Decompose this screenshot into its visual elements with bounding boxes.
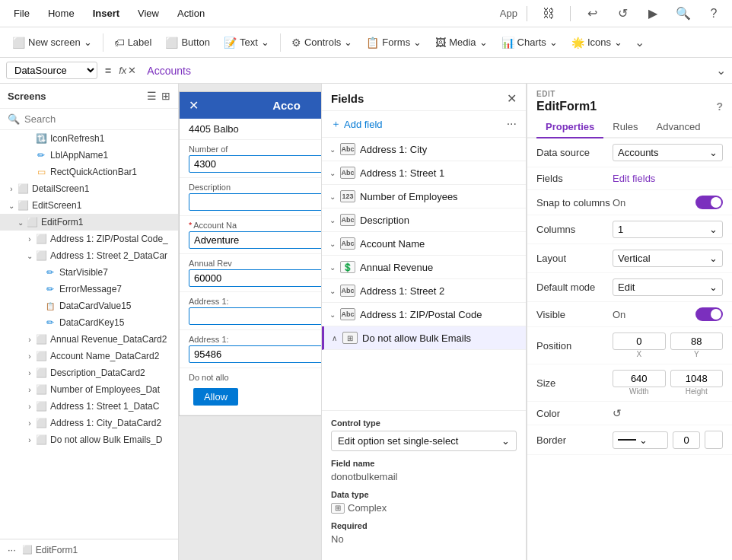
description-input[interactable] — [189, 193, 321, 211]
tab-properties[interactable]: Properties — [536, 116, 603, 138]
tree-item-addr-street2[interactable]: ⌄ ⬜ Address 1: Street 2_DataCar — [0, 247, 178, 264]
columns-select[interactable]: 1 ⌄ — [613, 221, 723, 238]
addr1-input[interactable] — [189, 307, 321, 325]
border-width-input[interactable] — [673, 431, 700, 449]
fields-close-button[interactable]: ✕ — [507, 91, 517, 106]
border-color-swatch[interactable] — [705, 431, 723, 449]
editform-status[interactable]: ⬜ EditForm1 — [22, 545, 78, 555]
addr2-input[interactable] — [189, 345, 321, 363]
redo-icon[interactable]: ↺ — [610, 3, 635, 24]
tree-item-city[interactable]: › ⬜ Address 1: City_DataCard2 — [0, 415, 178, 431]
charts-button[interactable]: 📊 Charts ⌄ — [495, 33, 564, 52]
label-button[interactable]: 🏷 Label — [108, 33, 158, 52]
color-refresh-icon[interactable]: ↺ — [613, 407, 622, 419]
link-icon[interactable]: ⛓ — [536, 3, 561, 24]
tree-item-lblappname[interactable]: ✏ LblAppName1 — [0, 147, 178, 164]
grid-view-icon[interactable]: ⊞ — [161, 90, 170, 102]
formula-value[interactable]: Accounts — [141, 65, 711, 77]
field-item-street2[interactable]: ⌄ Abc Address 1: Street 2 ··· — [322, 279, 526, 303]
size-width-input[interactable] — [613, 370, 666, 387]
menu-action[interactable]: Action — [170, 5, 212, 22]
text-button[interactable]: 📝 Text ⌄ — [218, 33, 275, 52]
forms-button[interactable]: 📋 Forms ⌄ — [360, 33, 428, 52]
form-chevron[interactable]: ⌄ — [15, 217, 26, 228]
media-button[interactable]: 🖼 Media ⌄ — [429, 33, 493, 52]
tab-advanced[interactable]: Advanced — [648, 116, 710, 138]
formula-expand-icon[interactable]: ⌄ — [716, 63, 726, 78]
controls-button[interactable]: ⚙ Controls ⌄ — [285, 33, 358, 52]
acctname-chevron[interactable]: › — [24, 351, 35, 361]
field-item-zip[interactable]: ⌄ Abc Address 1: ZIP/Postal Code ··· — [322, 303, 526, 326]
tree-item-addr-zip[interactable]: › ⬜ Address 1: ZIP/Postal Code_ — [0, 231, 178, 247]
tree-item-donotallow[interactable]: › ⬜ Do not allow Bulk Emails_D — [0, 431, 178, 448]
street2-chevron[interactable]: ⌄ — [24, 250, 35, 261]
fields-more-icon[interactable]: ··· — [507, 117, 517, 131]
new-screen-button[interactable]: ⬜ New screen ⌄ — [6, 33, 98, 52]
field-item-donotallow[interactable]: ∧ ⊞ Do not allow Bulk Emails ··· — [322, 326, 526, 350]
control-type-select[interactable]: Edit option set single-select ⌄ — [331, 431, 517, 451]
field-item-acctname[interactable]: ⌄ Abc Account Name ··· — [322, 232, 526, 256]
tree-item-error[interactable]: ✏ ErrorMessage7 — [0, 281, 178, 298]
close-icon[interactable]: ✕ — [189, 98, 199, 113]
tree-item-iconrefresh[interactable]: 🔃 IconRefresh1 — [0, 130, 178, 147]
tree-item-acctname[interactable]: › ⬜ Account Name_DataCard2 — [0, 348, 178, 364]
size-height-input[interactable] — [670, 370, 724, 387]
field-item-desc[interactable]: ⌄ Abc Description ··· — [322, 208, 526, 232]
field-item-numemployees[interactable]: ⌄ 123 Number of Employees ··· — [322, 185, 526, 208]
visible-toggle[interactable] — [695, 307, 723, 321]
street1-chevron[interactable]: › — [24, 401, 35, 412]
city-chevron[interactable]: › — [24, 418, 35, 428]
tree-item-cardvalue[interactable]: 📋 DataCardValue15 — [0, 298, 178, 314]
menu-insert[interactable]: Insert — [85, 5, 127, 22]
data-source-select[interactable]: Accounts ⌄ — [613, 144, 723, 161]
edit-screen-chevron[interactable]: ⌄ — [6, 200, 17, 211]
border-style-select[interactable]: ⌄ — [613, 431, 668, 449]
tab-rules[interactable]: Rules — [603, 116, 647, 138]
tree-item-cardkey[interactable]: ✏ DataCardKey15 — [0, 314, 178, 331]
numemployees-input[interactable] — [189, 155, 321, 173]
datasource-select[interactable]: DataSource — [6, 62, 97, 79]
donotallow-chevron[interactable]: › — [24, 434, 35, 445]
revenue-input[interactable] — [189, 269, 321, 287]
field-item-revenue[interactable]: ⌄ 💲 Annual Revenue ··· — [322, 256, 526, 279]
menu-home[interactable]: Home — [40, 5, 82, 22]
acctname-input[interactable] — [189, 231, 321, 249]
field-item-city[interactable]: ⌄ Abc Address 1: City ··· — [322, 138, 526, 161]
tree-item-editscreen[interactable]: ⌄ ⬜ EditScreen1 — [0, 197, 178, 214]
toolbar-more-button[interactable]: ⌄ — [630, 32, 649, 52]
menu-view[interactable]: View — [130, 5, 167, 22]
tree-item-annual[interactable]: › ⬜ Annual Revenue_DataCard2 — [0, 331, 178, 348]
more-icon[interactable]: ··· — [8, 544, 16, 555]
list-view-icon[interactable]: ☰ — [147, 90, 157, 102]
tree-item-star[interactable]: ✏ StarVisible7 — [0, 264, 178, 281]
tree-item-description[interactable]: › ⬜ Description_DataCard2 — [0, 364, 178, 381]
detail-chevron[interactable]: › — [6, 183, 17, 194]
nump-chevron[interactable]: › — [24, 384, 35, 395]
snap-toggle[interactable] — [695, 196, 723, 209]
menu-file[interactable]: File — [6, 5, 37, 22]
position-y-input[interactable] — [670, 332, 724, 350]
annual-chevron[interactable]: › — [24, 334, 35, 345]
desc-chevron[interactable]: › — [24, 368, 35, 378]
tree-item-rectquick[interactable]: ▭ RectQuickActionBar1 — [0, 164, 178, 180]
play-icon[interactable]: ▶ — [641, 3, 665, 24]
button-button[interactable]: ⬜ Button — [159, 33, 216, 52]
icons-button[interactable]: 🌟 Icons ⌄ — [565, 33, 629, 52]
help-icon[interactable]: ? — [702, 3, 726, 24]
search-input[interactable] — [24, 113, 170, 125]
tree-item-detailscreen[interactable]: › ⬜ DetailScreen1 — [0, 180, 178, 197]
allow-button[interactable]: Allow — [193, 388, 238, 406]
field-item-street1[interactable]: ⌄ Abc Address 1: Street 1 ··· — [322, 161, 526, 185]
edit-fields-link[interactable]: Edit fields — [613, 173, 655, 184]
help-question-icon[interactable]: ? — [716, 100, 723, 113]
position-x-input[interactable] — [613, 332, 666, 350]
tree-item-street1[interactable]: › ⬜ Address 1: Street 1_DataC — [0, 398, 178, 415]
layout-select[interactable]: Vertical ⌄ — [613, 250, 723, 267]
default-mode-select[interactable]: Edit ⌄ — [613, 278, 723, 296]
undo-icon[interactable]: ↩ — [580, 3, 604, 24]
zip-chevron[interactable]: › — [24, 234, 35, 244]
tree-item-editform[interactable]: ⌄ ⬜ EditForm1 — [0, 214, 178, 231]
add-field-button[interactable]: ＋ Add field — [331, 117, 383, 131]
search-icon[interactable]: 🔍 — [671, 3, 695, 24]
tree-item-numemployees[interactable]: › ⬜ Number of Employees_Dat — [0, 381, 178, 398]
